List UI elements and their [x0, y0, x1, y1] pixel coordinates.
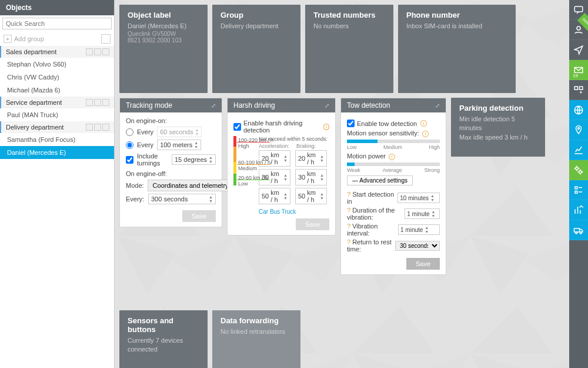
svg-point-1: [577, 26, 580, 30]
info-icon[interactable]: i: [422, 131, 429, 137]
group-action-icon[interactable]: [86, 99, 93, 106]
svg-point-13: [580, 232, 582, 234]
panel-harsh-driving: Harsh driving⤢ Enable harsh driving dete…: [227, 98, 336, 236]
start-detect-spinner[interactable]: 10 minutes▲▼: [397, 193, 440, 203]
group-action-icon[interactable]: [102, 48, 109, 55]
rail-globe-icon[interactable]: [569, 100, 588, 120]
degrees-spinner[interactable]: 15 degrees▲▼: [172, 154, 216, 165]
add-group-label: Add group: [14, 35, 44, 42]
brake-med[interactable]: 30 km / h▲▼: [295, 169, 327, 185]
svg-point-7: [576, 167, 579, 170]
every-seconds-radio[interactable]: [126, 128, 133, 136]
group-action-icon[interactable]: [102, 124, 109, 131]
tow-save-button[interactable]: Save: [406, 258, 440, 270]
accel-low[interactable]: 50 km / h▲▼: [259, 188, 290, 204]
advanced-toggle[interactable]: — Advanced settings: [347, 175, 413, 185]
object-item[interactable]: Samantha (Ford Focus): [0, 133, 114, 146]
card-group[interactable]: Group Delivery department: [212, 5, 300, 93]
info-icon[interactable]: i: [323, 124, 329, 130]
group-action-icon[interactable]: [94, 124, 101, 131]
vibration-dur-spinner[interactable]: 1 minute▲▼: [405, 208, 440, 219]
info-icon[interactable]: i: [389, 154, 395, 160]
card-phone[interactable]: Phone number Inbox SIM-card is installed: [398, 5, 516, 93]
object-item[interactable]: Chris (VW Caddy): [0, 71, 114, 84]
include-turnings-check[interactable]: [126, 156, 133, 164]
svg-point-6: [578, 127, 580, 129]
group-delivery[interactable]: Delivery department: [0, 121, 114, 133]
rest-time-select[interactable]: 30 seconds: [395, 241, 440, 251]
objects-title: Objects: [0, 0, 114, 15]
harsh-save-button[interactable]: Save: [296, 218, 329, 230]
group-sales[interactable]: Sales department: [0, 46, 114, 58]
expand-icon[interactable]: ⤢: [211, 102, 216, 109]
tow-enable-check[interactable]: [347, 120, 355, 127]
preset-links[interactable]: Car Bus Truck: [259, 208, 296, 215]
svg-point-8: [579, 170, 582, 173]
group-action-icon[interactable]: [94, 48, 101, 55]
search-input[interactable]: [2, 18, 112, 29]
rail-pin-icon[interactable]: [569, 120, 588, 140]
svg-rect-0: [574, 6, 583, 12]
right-rail: DEMO 19: [569, 0, 588, 368]
svg-rect-10: [575, 191, 577, 193]
rail-layout-icon[interactable]: [569, 80, 588, 100]
group-action-icon[interactable]: [102, 99, 109, 106]
object-item[interactable]: Paul (MAN Truck): [0, 108, 114, 121]
speed-scale: 100-220 km / hHigh 60-100 km / hMedium 2…: [233, 136, 255, 189]
rail-mail-icon[interactable]: 19: [569, 60, 588, 80]
pin-icon[interactable]: [101, 34, 111, 44]
rail-nav-plus-icon[interactable]: [569, 40, 588, 60]
group-service[interactable]: Service department: [0, 97, 114, 108]
card-trusted[interactable]: Trusted numbers No numbers: [305, 5, 393, 93]
svg-rect-4: [580, 87, 583, 89]
sensitivity-slider[interactable]: [347, 140, 440, 143]
power-slider[interactable]: [347, 163, 440, 166]
brake-low[interactable]: 50 km / h▲▼: [295, 188, 327, 204]
info-icon[interactable]: i: [420, 120, 427, 127]
card-parking[interactable]: Parking detection Min idle detection 5 m…: [451, 98, 545, 157]
add-group-row[interactable]: + Add group: [0, 32, 114, 46]
brake-high[interactable]: 20 km / h▲▼: [295, 150, 327, 167]
harsh-enable-check[interactable]: [233, 123, 241, 131]
svg-point-12: [576, 232, 577, 234]
off-seconds-spinner[interactable]: 300 seconds▲▼: [148, 194, 216, 204]
rail-checklist-icon[interactable]: [569, 180, 588, 200]
card-data-forwarding[interactable]: Data forwarding No linked retranslators: [212, 310, 300, 368]
panel-tracking-mode: Tracking mode⤢ On engine-on: Every 60 se…: [119, 98, 222, 227]
expand-icon[interactable]: ⤢: [325, 102, 329, 109]
card-object-label[interactable]: Object label Daniel (Mercedes E) Queclin…: [119, 5, 208, 93]
rail-chart-icon[interactable]: [569, 140, 588, 160]
seconds-spinner[interactable]: 60 seconds▲▼: [157, 127, 202, 137]
rail-gear-icon[interactable]: [569, 160, 588, 180]
object-item[interactable]: Stephan (Volvo S60): [0, 58, 114, 71]
svg-rect-3: [574, 87, 577, 89]
rail-stats-icon[interactable]: [569, 200, 588, 220]
card-sensors[interactable]: Sensors and buttons Currently 7 devices …: [119, 310, 208, 368]
vibration-int-spinner[interactable]: 1 minute▲▼: [398, 224, 440, 235]
group-action-icon[interactable]: [86, 48, 93, 55]
svg-rect-9: [575, 187, 577, 189]
group-action-icon[interactable]: [94, 99, 101, 106]
meters-spinner[interactable]: 100 meters▲▼: [157, 140, 201, 150]
rail-truck-icon[interactable]: [569, 220, 588, 240]
panel-tow-detection: Tow detection⤢ Enable tow detectioni Mot…: [340, 98, 446, 275]
plus-icon: +: [4, 35, 12, 43]
tracking-save-button[interactable]: Save: [182, 210, 216, 222]
object-item-selected[interactable]: Daniel (Mercedes E): [0, 146, 114, 159]
every-meters-radio[interactable]: [126, 141, 133, 149]
object-item[interactable]: Michael (Mazda 6): [0, 84, 114, 97]
rail-user-icon[interactable]: DEMO: [569, 20, 588, 40]
expand-icon[interactable]: ⤢: [435, 102, 440, 109]
svg-rect-11: [574, 228, 580, 232]
group-action-icon[interactable]: [86, 124, 93, 131]
objects-panel: Objects + Add group Sales department Ste…: [0, 0, 115, 368]
main-area: Object label Daniel (Mercedes E) Queclin…: [115, 0, 588, 368]
